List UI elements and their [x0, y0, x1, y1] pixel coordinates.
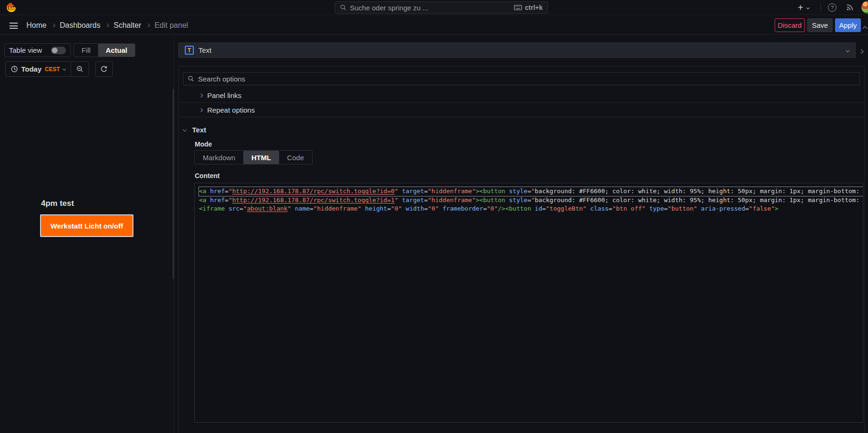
question-icon: ? [831, 5, 834, 10]
size-actual-option[interactable]: Actual [98, 44, 135, 57]
size-fill-option[interactable]: Fill [74, 44, 98, 57]
code-line: <a href="http://192.168.178.87/rpc/switc… [199, 187, 863, 196]
mode-radio-group: Markdown HTML Code [194, 150, 313, 164]
refresh-icon [100, 65, 107, 73]
chevron-down-icon [806, 6, 810, 9]
content-code-editor[interactable]: <a href="http://192.168.178.87/rpc/switc… [194, 183, 863, 423]
breadcrumb-separator-icon [105, 24, 109, 27]
apply-button[interactable]: Apply [835, 18, 861, 32]
options-search[interactable] [183, 72, 860, 85]
breadcrumb-separator-icon [146, 24, 149, 27]
options-search-input[interactable] [198, 75, 855, 83]
grafana-logo-icon[interactable] [6, 2, 17, 13]
table-view-label: Table view [9, 46, 42, 54]
news-feed-button[interactable] [846, 4, 853, 11]
global-search-input[interactable] [350, 4, 511, 12]
time-zone-label: CEST [45, 66, 60, 73]
visualization-picker[interactable]: T Text [178, 42, 856, 58]
time-zoom-out-button[interactable] [71, 62, 89, 76]
category-text-header[interactable]: Text [183, 126, 206, 134]
collapse-header-button[interactable] [863, 24, 867, 32]
breadcrumb-home[interactable]: Home [26, 21, 47, 30]
code-editor-lines: <a href="http://192.168.178.87/rpc/switc… [199, 187, 863, 213]
time-range-picker[interactable]: Today CEST [6, 62, 71, 76]
shortcut-hint: ctrl+k [514, 4, 543, 11]
werkstatt-licht-button[interactable]: Werkstatt Licht on/off [40, 214, 133, 237]
content-field-label: Content [195, 172, 220, 180]
plus-icon: + [798, 3, 803, 12]
text-panel-icon: T [185, 46, 194, 55]
clock-icon [11, 65, 18, 73]
grafana-edit-panel-page: ctrl+k + ? Home Dashboards Schalter Edit [0, 0, 868, 433]
breadcrumb: Home Dashboards Schalter Edit panel [26, 16, 188, 35]
mode-markdown-option[interactable]: Markdown [195, 151, 243, 164]
table-view-control: Table view [4, 43, 71, 57]
code-line: <iframe src="about:blank" name="hiddenfr… [199, 204, 863, 213]
discard-button[interactable]: Discard [775, 18, 805, 32]
refresh-button[interactable] [95, 61, 113, 77]
time-range-controls: Today CEST [5, 61, 89, 77]
code-line: <a href="http://192.168.178.87/rpc/switc… [199, 196, 863, 205]
keyboard-icon [514, 5, 522, 10]
table-view-toggle[interactable] [51, 47, 66, 54]
page-header-row: Home Dashboards Schalter Edit panel Disc… [0, 16, 868, 35]
save-button[interactable]: Save [807, 18, 833, 32]
global-search[interactable]: ctrl+k [335, 1, 548, 14]
zoom-out-icon [76, 65, 83, 73]
search-icon [188, 75, 194, 82]
pane-splitter[interactable] [174, 35, 174, 433]
breadcrumb-dashboards[interactable]: Dashboards [60, 21, 100, 30]
breadcrumb-separator-icon [51, 24, 55, 27]
chevron-right-icon [859, 49, 864, 54]
chevron-down-icon [63, 67, 66, 71]
visualization-name: Text [198, 46, 212, 54]
preview-panel-title: 4pm test [41, 199, 74, 208]
category-repeat-options[interactable]: Repeat options [179, 103, 864, 117]
topbar-divider [820, 3, 821, 12]
rss-icon [846, 4, 853, 11]
mode-html-option[interactable]: HTML [243, 151, 279, 164]
mode-code-option[interactable]: Code [279, 151, 312, 164]
category-label: Repeat options [207, 106, 255, 114]
chevron-up-icon [863, 26, 868, 31]
menu-toggle-icon[interactable] [9, 23, 18, 29]
chevron-right-icon [199, 108, 203, 112]
breadcrumb-current: Edit panel [155, 21, 188, 30]
scrollbar-thumb[interactable] [173, 89, 174, 279]
category-panel-links[interactable]: Panel links [179, 89, 864, 103]
breadcrumb-dashboard-name[interactable]: Schalter [114, 21, 141, 30]
panel-preview-pane: Table view Fill Actual Today CEST [0, 35, 174, 433]
panel-size-radio-group: Fill Actual [74, 43, 135, 57]
category-label: Text [192, 126, 207, 134]
time-range-label: Today [21, 65, 41, 73]
category-label: Panel links [207, 91, 242, 99]
chevron-right-icon [199, 94, 203, 98]
options-container: Panel links Repeat options Text Mode Mar… [178, 66, 865, 433]
shortcut-label: ctrl+k [525, 4, 543, 11]
options-pane-collapse-button[interactable] [860, 47, 863, 55]
top-nav-bar: ctrl+k + ? [0, 0, 868, 15]
new-menu-button[interactable]: + [798, 0, 809, 15]
user-avatar[interactable] [861, 1, 868, 14]
chevron-down-icon [183, 128, 187, 131]
chevron-down-icon [846, 48, 850, 52]
search-icon [340, 4, 347, 11]
help-button[interactable]: ? [828, 3, 836, 12]
mode-field-label: Mode [195, 140, 212, 148]
